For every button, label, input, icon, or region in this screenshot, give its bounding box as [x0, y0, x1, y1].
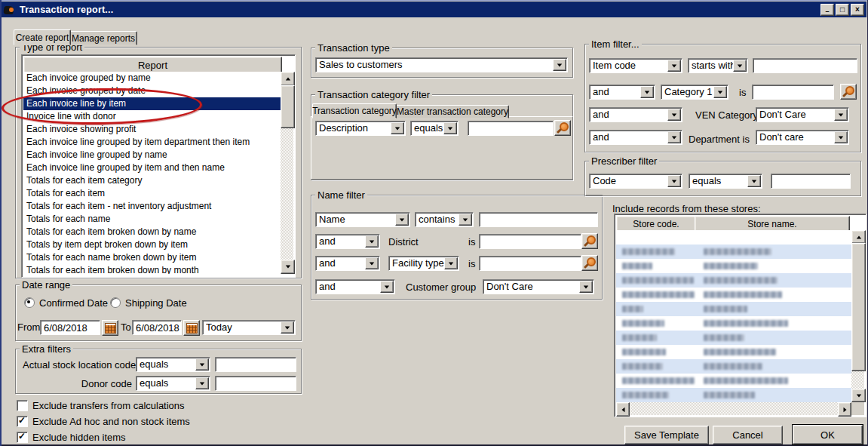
report-list-item[interactable]: Totals for each name broken down by item	[23, 251, 281, 264]
report-list-item[interactable]: Each invoice grouped by name	[23, 72, 281, 85]
item-value-input[interactable]	[753, 58, 857, 73]
report-list-item[interactable]: Invoice line with donor	[23, 110, 281, 123]
store-row-redacted[interactable]	[616, 388, 851, 402]
donor-code-value-input[interactable]	[215, 376, 296, 391]
district-value-input[interactable]	[479, 234, 581, 249]
category1-lookup-button[interactable]	[840, 84, 857, 100]
checkbox-exclude-transfers[interactable]: Exclude transfers from calculations	[17, 400, 185, 411]
report-list-item[interactable]: Totals for each item category	[23, 174, 281, 187]
category-lookup-button[interactable]	[554, 120, 571, 136]
ok-button[interactable]: OK	[793, 425, 863, 444]
scroll-down-button[interactable]	[851, 389, 866, 402]
scroll-up-button[interactable]	[851, 230, 866, 244]
report-list-item[interactable]: Totals by item dept broken down by item	[23, 238, 281, 251]
report-list-item[interactable]: Totals for each item - net inventory adj…	[23, 200, 281, 213]
scroll-right-button[interactable]	[838, 402, 851, 417]
store-row-redacted[interactable]	[616, 288, 851, 302]
from-calendar-button[interactable]	[102, 320, 118, 336]
checkbox-exclude-hidden[interactable]: Exclude hidden items	[17, 432, 126, 442]
store-row-redacted[interactable]	[616, 259, 851, 273]
store-row-empty[interactable]	[616, 230, 851, 245]
item-field-dropdown[interactable]: Item code	[589, 58, 682, 73]
facility-value-input[interactable]	[479, 256, 581, 271]
category-field-dropdown[interactable]: Description	[315, 121, 406, 136]
report-list-item[interactable]: Totals for each item broken down by name	[23, 226, 281, 238]
report-list-item[interactable]: Totals for each item broken down by mont…	[23, 264, 281, 274]
prescriber-field-dropdown[interactable]: Code	[589, 174, 682, 189]
maximize-button[interactable]: □	[836, 4, 849, 16]
category-op-dropdown[interactable]: equals	[410, 121, 459, 136]
cancel-button[interactable]: Cancel	[713, 426, 783, 444]
from-date-input[interactable]: 6/08/2018	[40, 320, 100, 335]
store-row-redacted[interactable]	[616, 273, 851, 288]
report-list-item[interactable]: Each invoice line by item	[23, 97, 281, 110]
ven-category-dropdown[interactable]: Don't Care	[756, 107, 849, 122]
name-op-dropdown[interactable]: contains	[415, 212, 474, 227]
department-dropdown[interactable]: Don't care	[756, 130, 849, 145]
report-list-scrollbar[interactable]	[281, 72, 293, 274]
chevron-down-icon	[444, 257, 458, 269]
scroll-down-button[interactable]	[281, 260, 295, 274]
customer-group-dropdown[interactable]: Don't Care	[483, 279, 594, 294]
radio-confirmed-date[interactable]: Confirmed Date	[24, 297, 108, 308]
donor-code-op-dropdown[interactable]: equals	[136, 376, 210, 391]
checkbox-exclude-adhoc[interactable]: Exclude Ad hoc and non stock items	[17, 416, 190, 426]
report-list-item[interactable]: Totals for each item	[23, 187, 281, 200]
store-hscrollbar[interactable]	[616, 402, 851, 415]
store-code-header[interactable]: Store code.	[616, 216, 696, 232]
tab-manage-reports[interactable]: Manage reports	[69, 31, 137, 45]
customer-group-join-dropdown[interactable]: and	[315, 279, 395, 294]
scrollbar-thumb[interactable]	[851, 243, 866, 371]
tab-create-report[interactable]: Create report	[14, 29, 71, 45]
report-list-item[interactable]: Each invoice line grouped by name	[23, 149, 281, 161]
stock-location-value-input[interactable]	[215, 357, 296, 372]
report-list-item[interactable]: Each invoice showing profit	[23, 123, 281, 136]
facility-lookup-button[interactable]	[581, 255, 598, 271]
radio-shipping-date[interactable]: Shipping Date	[110, 297, 187, 308]
district-join-dropdown[interactable]: and	[315, 234, 380, 249]
name-field-dropdown[interactable]: Name	[315, 212, 410, 227]
report-list-item[interactable]: Each invoice grouped by date	[23, 85, 281, 97]
store-row-redacted[interactable]	[616, 245, 851, 259]
item-op-dropdown[interactable]: starts with	[688, 58, 748, 73]
to-calendar-button[interactable]	[183, 320, 200, 336]
category1-value-input[interactable]	[752, 85, 834, 100]
to-date-input[interactable]: 6/08/2018	[132, 320, 182, 335]
report-list-item[interactable]: Totals for each name	[23, 213, 281, 226]
department-join-dropdown[interactable]: and	[589, 130, 682, 145]
close-button[interactable]: ×	[851, 4, 864, 16]
store-row-redacted[interactable]	[616, 331, 851, 345]
category1-join-dropdown[interactable]: and	[589, 85, 655, 100]
stock-location-op-dropdown[interactable]: equals	[136, 357, 210, 372]
redacted-store-name	[704, 248, 771, 255]
category-value-input[interactable]	[468, 121, 554, 136]
minimize-button[interactable]: –	[820, 4, 834, 16]
name-value-input[interactable]	[479, 212, 598, 227]
prescriber-value-input[interactable]	[771, 174, 851, 189]
transaction-type-dropdown[interactable]: Sales to customers	[315, 57, 568, 72]
category1-dropdown[interactable]: Category 1	[661, 85, 728, 100]
store-row-redacted[interactable]	[616, 359, 851, 374]
store-name-header[interactable]: Store name.	[695, 216, 850, 232]
prescriber-op-dropdown[interactable]: equals	[689, 174, 762, 189]
district-lookup-button[interactable]	[581, 233, 598, 249]
ven-join-dropdown[interactable]: and	[589, 107, 682, 122]
store-row-redacted[interactable]	[616, 302, 851, 316]
store-vscrollbar[interactable]	[851, 230, 864, 402]
title-bar[interactable]: Transaction report... – □ ×	[2, 2, 866, 17]
tab-transaction-category[interactable]: Transaction category	[312, 103, 397, 118]
report-list-item[interactable]: Each invoice line grouped by item depart…	[23, 136, 281, 149]
tab-master-transaction-category[interactable]: Master transaction category	[396, 105, 509, 118]
scrollbar-thumb[interactable]	[281, 85, 295, 128]
store-row-redacted[interactable]	[616, 345, 851, 359]
report-list-item[interactable]: Each invoice line grouped by item and th…	[23, 161, 281, 174]
facility-type-dropdown[interactable]: Facility type	[388, 256, 459, 271]
facility-join-dropdown[interactable]: and	[315, 256, 380, 271]
save-template-button[interactable]: Save Template	[624, 426, 709, 444]
scroll-left-button[interactable]	[616, 402, 630, 417]
scroll-up-button[interactable]	[281, 72, 295, 86]
date-preset-dropdown[interactable]: Today	[202, 320, 296, 335]
store-row-redacted[interactable]	[616, 316, 851, 331]
store-row-redacted[interactable]	[616, 374, 851, 388]
report-column-header[interactable]: Report	[23, 57, 282, 73]
